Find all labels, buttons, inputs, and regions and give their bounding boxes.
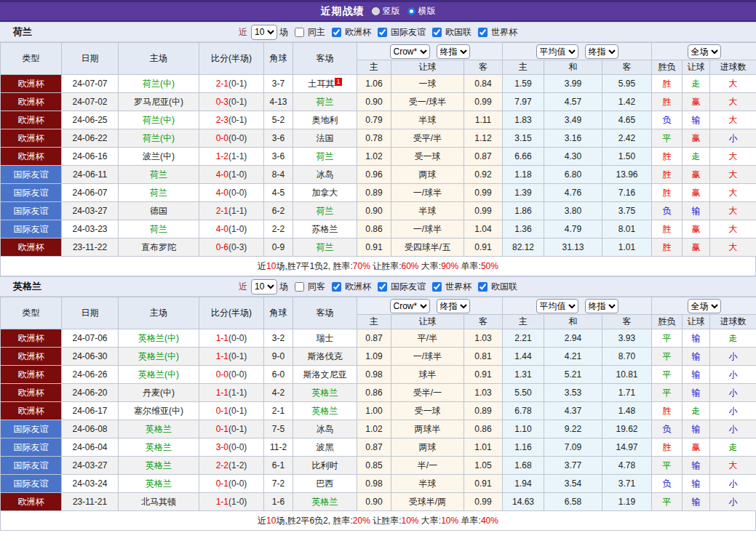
result-cell: 平 <box>652 457 683 475</box>
radio-unselected-icon[interactable] <box>372 7 380 15</box>
handicap-result-cell: 输 <box>683 111 710 129</box>
odds-stage-select[interactable]: 终指 <box>437 44 470 59</box>
handicap-result-cell: 赢 <box>683 184 710 202</box>
col-type: 类型 <box>1 297 62 329</box>
avg-company-select[interactable]: 平均值 <box>536 299 578 313</box>
home-team-name: 英格兰(中) <box>138 369 179 380</box>
league-checkbox-1[interactable] <box>378 282 387 292</box>
home-odds: 1.06 <box>357 75 391 93</box>
odds-stage-select[interactable]: 终指 <box>437 299 470 313</box>
avg-home-odds: 1.31 <box>503 366 544 384</box>
league-checkbox-2[interactable] <box>432 282 442 292</box>
away-team-name: 奥地利 <box>312 115 338 125</box>
full-time-score: 1-1 <box>216 388 228 398</box>
scope-select[interactable]: 全场 <box>688 44 721 59</box>
match-row: 欧洲杯24-06-16波兰(中)1-2(1-1)3-6荷兰1.02受一球0.87… <box>1 148 756 166</box>
away-team-name: 斯洛文尼亚 <box>303 369 347 380</box>
league-type-cell: 欧洲杯 <box>1 348 62 366</box>
home-team: 英格兰 <box>119 457 199 475</box>
away-team: 荷兰 <box>293 148 357 166</box>
half-time-score: (0-1) <box>228 115 247 125</box>
away-odds: 0.84 <box>464 75 503 93</box>
avg-company-select[interactable]: 平均值 <box>536 44 578 59</box>
col-type: 类型 <box>1 43 62 75</box>
handicap-result-cell: 输 <box>683 348 710 366</box>
top-bar: 近期战绩 竖版 横版 <box>0 0 756 22</box>
goals-result-cell: 大 <box>710 75 756 93</box>
match-count-select[interactable]: 10 <box>251 279 277 294</box>
handicap-result-cell: 赢 <box>683 239 710 257</box>
home-odds: 1.00 <box>357 402 391 420</box>
match-date: 24-06-30 <box>62 348 119 366</box>
away-team-name: 土耳其 <box>308 79 334 89</box>
league-checkbox-1[interactable] <box>378 28 387 37</box>
avg-stage-select[interactable]: 终指 <box>585 44 618 59</box>
avg-away-odds: 4.65 <box>602 111 652 129</box>
league-type-cell: 国际友谊 <box>1 184 62 202</box>
league-type-cell: 欧洲杯 <box>1 93 62 111</box>
summary-segment: 70% <box>353 261 370 271</box>
away-odds: 1.11 <box>464 111 503 129</box>
match-row: 欧洲杯24-06-22荷兰(中)0-0(0-0)3-6法国0.78受平/半1.1… <box>1 129 756 148</box>
handicap-result-cell: 走 <box>683 148 710 166</box>
match-count-select[interactable]: 10 <box>251 25 277 40</box>
away-team: 奥地利 <box>293 111 357 129</box>
home-team: 罗马尼亚(中) <box>119 93 199 111</box>
odds-company-select[interactable]: Crow* <box>390 299 430 313</box>
corner-score: 4-13 <box>264 93 293 111</box>
layout-radio-horizontal[interactable]: 横版 <box>407 5 436 17</box>
home-team-name: 英格兰(中) <box>138 333 179 343</box>
avg-stage-select[interactable]: 终指 <box>585 299 618 313</box>
summary-segment: 20% <box>353 516 370 526</box>
home-team: 英格兰 <box>119 438 199 457</box>
handicap: 两球 <box>391 438 464 457</box>
col-score: 比分(半场) <box>199 43 264 75</box>
away-odds: 1.04 <box>464 220 503 239</box>
avg-away-odds: 1.71 <box>602 384 652 402</box>
goals-result-cell: 小 <box>710 384 756 402</box>
col-corner: 角球 <box>264 297 293 329</box>
col-score: 比分(半场) <box>199 297 264 329</box>
avg-away-odds: 1.50 <box>602 148 652 166</box>
goals-result-cell: 小 <box>710 129 756 148</box>
match-date: 24-06-08 <box>62 420 119 438</box>
result-cell: 平 <box>652 129 683 148</box>
col-odds-home: 主 <box>357 315 391 329</box>
league-checkbox-3[interactable] <box>478 282 488 292</box>
league-type-cell: 欧洲杯 <box>1 111 62 129</box>
corner-score: 3-2 <box>264 329 293 348</box>
result-cell: 胜 <box>652 239 683 257</box>
col-handicap-result: 让球 <box>683 315 710 329</box>
odds-company-select[interactable]: Crow* <box>390 44 430 59</box>
same-side-checkbox[interactable] <box>295 282 304 292</box>
result-cell: 平 <box>652 384 683 402</box>
away-odds: 1.03 <box>464 384 503 402</box>
same-side-checkbox[interactable] <box>295 28 304 37</box>
avg-home-odds: 2.21 <box>503 329 544 348</box>
radio-selected-icon[interactable] <box>407 7 415 15</box>
home-odds: 1.09 <box>357 348 391 366</box>
match-row: 欧洲杯24-07-07荷兰(中)2-1(0-1)3-7土耳其11.06一球0.8… <box>1 75 756 93</box>
result-cell: 平 <box>652 329 683 348</box>
match-date: 24-03-23 <box>62 220 119 239</box>
away-team-name: 瑞士 <box>317 333 334 343</box>
away-team: 法国 <box>293 129 357 148</box>
match-date: 24-07-06 <box>62 329 119 348</box>
league-checkbox-2[interactable] <box>432 28 442 37</box>
scope-select[interactable]: 全场 <box>688 299 721 313</box>
match-date: 23-11-22 <box>62 239 119 257</box>
avg-home-odds: 1.94 <box>503 475 544 493</box>
layout-radio-vertical[interactable]: 竖版 <box>372 5 400 17</box>
away-team-name: 斯洛伐克 <box>308 351 343 361</box>
home-team: 德国 <box>119 202 199 220</box>
match-row: 欧洲杯23-11-21北马其顿1-1(1-0)1-6英格兰0.90受球半/两0.… <box>1 493 756 511</box>
result-cell: 胜 <box>652 93 683 111</box>
handicap: 一/球半 <box>391 184 464 202</box>
corner-score: 7-5 <box>264 420 293 438</box>
league-checkbox-0[interactable] <box>332 28 341 37</box>
league-checkbox-0[interactable] <box>332 282 341 292</box>
home-team: 北马其顿 <box>119 493 199 511</box>
half-time-score: (0-1) <box>228 79 247 89</box>
league-checkbox-3[interactable] <box>478 28 488 37</box>
away-team-name: 荷兰 <box>317 206 334 216</box>
